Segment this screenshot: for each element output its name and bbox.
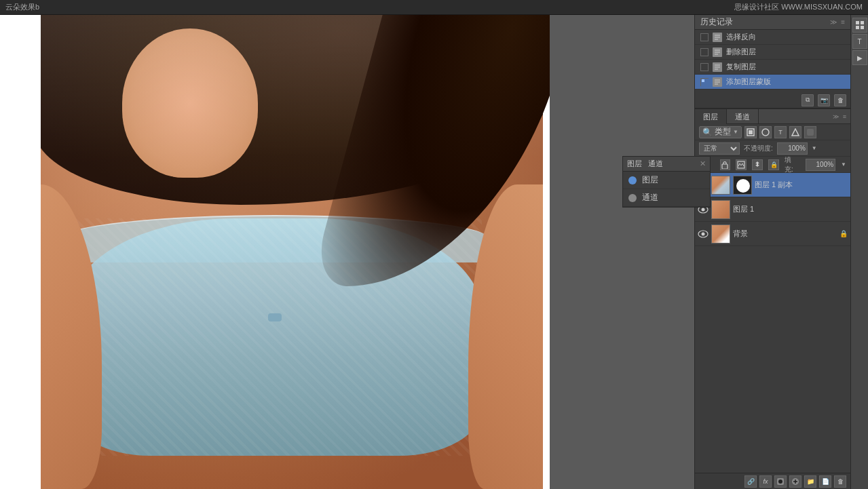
history-snapshot-btn[interactable]: 📷 [818, 94, 830, 106]
svg-rect-22 [807, 129, 814, 136]
history-item-1[interactable]: 删除图层 [695, 45, 850, 60]
mini-panel-title: 图层 通道 [627, 159, 663, 169]
svg-rect-34 [856, 21, 859, 24]
layer-row-2[interactable]: 背景 🔒 [695, 222, 850, 246]
mini-layer-label: 图层 [642, 174, 658, 186]
history-item-label-2: 复制图层 [726, 62, 756, 72]
lc-menu-icon[interactable]: ≡ [843, 113, 846, 120]
main-container: 图层 通道 ✕ 图层 通道 历史记录 ≫ ≡ [0, 15, 868, 489]
layer-filter-text-btn[interactable]: T [774, 126, 787, 138]
tab-layers[interactable]: 图层 [695, 109, 727, 124]
tool-arrow-btn[interactable]: ▶ [852, 50, 867, 65]
canvas-area[interactable] [0, 15, 694, 489]
mini-panel-layer-item[interactable]: 图层 [623, 172, 710, 189]
lock-paint-btn[interactable] [736, 159, 747, 170]
layer-thumb-0 [711, 176, 730, 195]
svg-point-30 [702, 232, 705, 235]
tool-grid-btn[interactable] [852, 18, 867, 33]
layer-thumb-img-2 [712, 225, 730, 243]
search-type-icon: 🔍 [702, 128, 713, 137]
watermark: 思缘设计社区 WWW.MISSXUAN.COM [734, 2, 863, 12]
tool-strip: T ▶ [850, 15, 868, 489]
canvas-image [0, 15, 550, 489]
history-copy-btn[interactable]: ⧉ [801, 94, 814, 106]
type-label: 类型 [715, 126, 731, 138]
layer-lock-bar: 锁定: 🔒 填充: 100% ▼ [695, 157, 850, 173]
blend-mode-select[interactable]: 正常 溶解 正片叠底 [699, 142, 740, 155]
mini-panel-close[interactable]: ✕ [700, 159, 706, 168]
opacity-value[interactable]: 100% [777, 142, 808, 155]
right-panel: 历史记录 ≫ ≡ 选择反向 删除图层 [694, 15, 850, 489]
svg-rect-36 [856, 26, 859, 29]
bg-left [0, 15, 41, 489]
layer-mask-white-0 [736, 179, 750, 193]
layer-thumb-1 [711, 200, 730, 219]
mini-channel-label: 通道 [642, 192, 658, 203]
history-expand-icon[interactable]: ≫ [830, 18, 837, 26]
layer-row-1[interactable]: 图层 1 [695, 197, 850, 222]
svg-rect-13 [702, 79, 704, 82]
lock-all-btn[interactable]: 🔒 [768, 159, 779, 170]
history-panel: 历史记录 ≫ ≡ 选择反向 删除图层 [695, 15, 850, 109]
layer-filter-smart-btn[interactable] [804, 126, 816, 138]
history-item-label-3: 添加图层蒙版 [726, 77, 771, 87]
top-bar: 云朵效果b 思缘设计社区 WWW.MISSXUAN.COM [0, 0, 868, 15]
layer-link-btn[interactable]: 🔗 [744, 475, 757, 488]
lock-move-btn[interactable] [752, 159, 763, 170]
history-header-icons: ≫ ≡ [830, 18, 845, 26]
mini-panel-channel-item[interactable]: 通道 [623, 189, 710, 207]
layer-mask-btn[interactable] [774, 475, 787, 488]
history-panel-header: 历史记录 ≫ ≡ [695, 15, 850, 30]
layers-bottom-bar: 🔗 fx 📁 📄 🗑 [695, 473, 850, 489]
layer-adjustment-btn[interactable] [789, 475, 801, 488]
svg-point-20 [762, 129, 769, 136]
mini-panel-header: 图层 通道 ✕ [623, 157, 710, 172]
history-icon-3 [713, 77, 722, 87]
history-checkbox-2[interactable] [700, 63, 709, 71]
history-checkbox-0[interactable] [700, 33, 709, 41]
history-menu-icon[interactable]: ≡ [841, 18, 845, 26]
type-arrow-icon[interactable]: ▼ [733, 129, 738, 135]
layer-row-0[interactable]: 图层 1 副本 [695, 173, 850, 197]
layer-filter-gradient-btn[interactable] [759, 126, 772, 138]
fill-value[interactable]: 100% [806, 159, 836, 171]
opacity-arrow-icon[interactable]: ▼ [812, 145, 817, 151]
fill-arrow-icon[interactable]: ▼ [841, 161, 846, 168]
history-item-2[interactable]: 复制图层 [695, 60, 850, 75]
layer-delete-btn[interactable]: 🗑 [834, 475, 846, 488]
layer-name-1: 图层 1 [733, 204, 848, 214]
lc-panel-icons: ≫ ≡ [833, 113, 850, 120]
history-icon-0 [713, 33, 722, 42]
mini-panel: 图层 通道 ✕ 图层 通道 [622, 156, 711, 208]
layer-lock-icon-2: 🔒 [839, 230, 848, 237]
layer-channel-tabs-bar: 图层 通道 ≫ ≡ [695, 109, 850, 124]
layer-folder-btn[interactable]: 📁 [804, 475, 816, 488]
history-checkbox-1[interactable] [700, 48, 709, 56]
tab-channels[interactable]: 通道 [727, 109, 759, 124]
layer-fx-btn[interactable]: fx [759, 475, 772, 488]
history-item-label-0: 选择反向 [726, 32, 756, 42]
history-item-0[interactable]: 选择反向 [695, 30, 850, 45]
layer-thumb-img-1 [712, 201, 730, 218]
history-item-3[interactable]: 添加图层蒙版 [695, 75, 850, 90]
lc-expand-icon[interactable]: ≫ [833, 113, 839, 120]
svg-rect-35 [861, 21, 864, 24]
layer-new-btn[interactable]: 📄 [819, 475, 831, 488]
svg-point-28 [702, 208, 705, 211]
tool-T-btn[interactable]: T [852, 34, 867, 49]
history-icon-1 [713, 47, 722, 57]
layer-thumb-img-0 [712, 176, 730, 194]
history-item-label-1: 删除图层 [726, 47, 756, 57]
layer-search-box[interactable]: 🔍 类型 ▼ [699, 126, 742, 138]
layers-spacer [695, 246, 850, 473]
layer-filter-pixel-btn[interactable] [744, 126, 757, 138]
lock-transparent-btn[interactable] [720, 159, 731, 170]
history-icon-2 [713, 62, 722, 72]
layer-filter-shape-btn[interactable] [789, 126, 801, 138]
model-photo [0, 15, 550, 489]
history-delete-btn[interactable]: 🗑 [834, 94, 846, 106]
eye-icon-2[interactable] [698, 229, 709, 239]
layer-thumb-2 [711, 224, 730, 243]
fill-label: 填充: [785, 155, 800, 174]
history-checkbox-3[interactable] [700, 78, 709, 86]
